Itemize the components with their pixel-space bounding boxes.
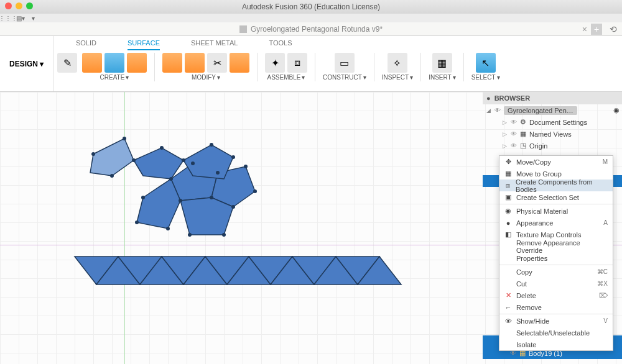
assemble-button[interactable]: ✦ ⧈ ASSEMBLE▾: [265, 53, 307, 81]
document-tab-bar: Gyroelongated Pentagonal Rotunda v9* × +…: [0, 22, 622, 36]
workspace-switcher[interactable]: DESIGN▾: [0, 36, 53, 91]
close-tab-icon[interactable]: ×: [582, 24, 587, 34]
context-menu-item[interactable]: Properties: [499, 252, 613, 264]
svg-point-29: [222, 233, 226, 237]
app-title: Autodesk Fusion 360 (Education License): [242, 2, 380, 11]
refresh-icon[interactable]: ⟲: [610, 24, 617, 34]
svg-marker-6: [90, 139, 134, 176]
construct-button[interactable]: ▭ CONSTRUCT▾: [323, 53, 366, 81]
context-menu-item[interactable]: ⧈Create Components from Bodies: [499, 180, 613, 191]
svg-point-34: [132, 158, 136, 162]
svg-point-31: [141, 196, 145, 199]
window-titlebar: Autodesk Fusion 360 (Education License): [0, 0, 622, 14]
tab-solid[interactable]: SOLID: [76, 39, 96, 50]
svg-point-24: [210, 196, 213, 199]
svg-point-38: [231, 155, 235, 159]
save-button[interactable]: ▾: [29, 15, 37, 21]
context-menu-item[interactable]: ✥Move/CopyM: [499, 156, 613, 168]
chevron-down-icon: ▾: [40, 60, 44, 68]
context-menu-item[interactable]: ←Remove: [499, 301, 613, 313]
context-menu-item[interactable]: Copy⌘C: [499, 266, 613, 278]
fillet-icon[interactable]: [185, 53, 205, 73]
visibility-icon[interactable]: 👁: [494, 107, 501, 114]
measure-icon[interactable]: ⟡: [388, 53, 407, 73]
svg-point-39: [91, 152, 95, 156]
context-menu-item[interactable]: Selectable/Unselectable: [499, 327, 613, 339]
collapse-icon[interactable]: ●: [486, 94, 491, 102]
ribbon: DESIGN▾ SOLID SURFACE SHEET METAL TOOLS …: [0, 36, 622, 92]
traffic-lights[interactable]: [5, 2, 33, 9]
active-document-tab[interactable]: Gyroelongated Pentagonal Rotunda v9*: [239, 25, 383, 34]
context-menu-item[interactable]: ▣Create Selection Set: [499, 191, 613, 203]
new-tab-button[interactable]: +: [591, 24, 602, 35]
svg-point-30: [188, 233, 192, 237]
svg-point-26: [244, 165, 248, 168]
context-menu-item[interactable]: ◉Physical Material: [499, 205, 613, 217]
context-menu-item[interactable]: Cut⌘X: [499, 278, 613, 289]
canvas[interactable]: ● BROWSER ◢ 👁 Gyroelongated Pen… ◉ ▷👁⚙Do…: [0, 92, 622, 364]
shell-icon[interactable]: ✂: [207, 53, 227, 73]
context-menu-item[interactable]: ●AppearanceA: [499, 217, 613, 229]
quick-access-toolbar: ⋮⋮⋮ ▤▾ ▾: [0, 14, 622, 22]
context-menu-item[interactable]: Isolate: [499, 339, 613, 350]
sweep-icon[interactable]: [127, 53, 147, 73]
svg-point-33: [135, 221, 139, 224]
create-button[interactable]: CREATE▾: [82, 53, 147, 81]
svg-point-41: [110, 174, 114, 178]
context-menu-item[interactable]: Remove Appearance Override: [499, 240, 613, 252]
svg-point-27: [253, 189, 257, 193]
svg-point-23: [216, 171, 220, 175]
plane-icon[interactable]: ▭: [335, 53, 355, 73]
ribbon-tabs: SOLID SURFACE SHEET METAL TOOLS: [57, 38, 618, 50]
browser-header[interactable]: ● BROWSER: [483, 92, 622, 104]
svg-point-21: [169, 177, 173, 181]
svg-marker-4: [134, 148, 183, 179]
context-menu-item[interactable]: ✕Delete⌦: [499, 289, 613, 301]
svg-point-22: [191, 162, 195, 165]
revolve-icon[interactable]: [104, 53, 124, 73]
browser-item[interactable]: ▷👁▦Named Views: [483, 128, 622, 140]
sketch-button[interactable]: ✎: [57, 53, 77, 73]
radio-icon[interactable]: ◉: [613, 106, 620, 114]
svg-marker-2: [180, 198, 233, 235]
browser-item[interactable]: ▷👁◳Origin: [483, 140, 622, 152]
tab-tools[interactable]: TOOLS: [269, 39, 292, 50]
svg-point-40: [123, 137, 126, 140]
ribbon-panel: ✎ CREATE▾ ✂ MODIFY▾: [57, 50, 618, 81]
document-icon: [239, 25, 247, 33]
image-icon[interactable]: ▦: [432, 53, 452, 73]
minimize-window-icon[interactable]: [16, 2, 22, 9]
arrow-icon[interactable]: ↖: [476, 53, 496, 73]
document-title: Gyroelongated Pentagonal Rotunda v9*: [251, 25, 383, 34]
tab-sheetmetal[interactable]: SHEET METAL: [191, 39, 238, 50]
context-menu[interactable]: ✥Move/CopyM▦Move to Group⧈Create Compone…: [499, 155, 613, 351]
tab-surface[interactable]: SURFACE: [128, 39, 160, 50]
file-menu[interactable]: ▤▾: [16, 15, 25, 21]
expand-icon[interactable]: ◢: [485, 107, 491, 114]
workspace-label: DESIGN: [9, 60, 38, 68]
geometry-model[interactable]: [62, 104, 435, 303]
zoom-window-icon[interactable]: [26, 2, 33, 9]
insert-button[interactable]: ▦ INSERT▾: [429, 53, 456, 81]
svg-point-28: [231, 205, 235, 209]
apps-icon[interactable]: ⋮⋮⋮: [4, 15, 12, 21]
select-button[interactable]: ↖ SELECT▾: [471, 53, 500, 81]
svg-point-35: [160, 146, 164, 150]
split-icon[interactable]: [230, 53, 249, 73]
svg-point-37: [210, 143, 213, 147]
svg-point-25: [179, 199, 182, 202]
root-label: Gyroelongated Pen…: [504, 106, 577, 115]
context-menu-item[interactable]: 👁Show/HideV: [499, 315, 613, 327]
press-pull-icon[interactable]: [162, 53, 182, 73]
browser-root[interactable]: ◢ 👁 Gyroelongated Pen… ◉: [483, 104, 622, 116]
close-window-icon[interactable]: [5, 2, 12, 9]
inspect-button[interactable]: ⟡ INSPECT▾: [382, 53, 413, 81]
browser-item[interactable]: ▷👁⚙Document Settings: [483, 116, 622, 128]
joint-icon[interactable]: ✦: [265, 53, 285, 73]
svg-marker-3: [137, 179, 180, 229]
browser-title: BROWSER: [494, 94, 530, 102]
svg-point-32: [166, 227, 170, 230]
asbuilt-icon[interactable]: ⧈: [287, 53, 307, 73]
modify-button[interactable]: ✂ MODIFY▾: [162, 53, 249, 81]
extrude-icon[interactable]: [82, 53, 102, 73]
